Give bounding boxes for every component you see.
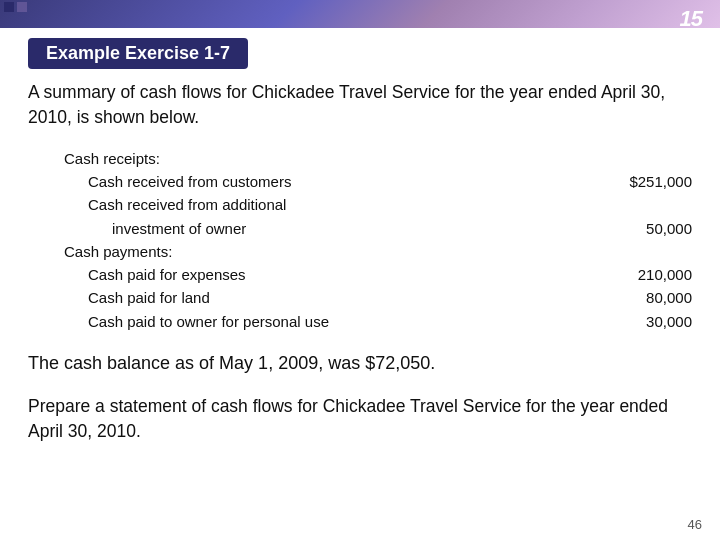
cash-land-label: Cash paid for land — [88, 286, 622, 309]
row-label: Cash received from additional — [88, 193, 622, 216]
cash-payments-header: Cash payments: — [64, 240, 692, 263]
cash-owner-label: Cash paid to owner for personal use — [88, 310, 622, 333]
cash-expenses-label: Cash paid for expenses — [88, 263, 622, 286]
slide-number-bottom: 46 — [688, 517, 702, 532]
table-row: Cash paid to owner for personal use 30,0… — [88, 310, 692, 333]
table-row: investment of owner 50,000 — [112, 217, 692, 240]
table-row: Cash paid for expenses 210,000 — [88, 263, 692, 286]
main-content: A summary of cash flows for Chickadee Tr… — [28, 80, 692, 500]
table-row: Cash paid for land 80,000 — [88, 286, 692, 309]
row-amount: $251,000 — [622, 170, 692, 193]
cash-receipts-header: Cash receipts: — [64, 147, 692, 170]
cash-owner-amount: 30,000 — [622, 310, 692, 333]
row-label: Cash received from customers — [88, 170, 622, 193]
slide-number-top: 15 — [680, 6, 702, 32]
corner-decoration — [4, 2, 27, 12]
top-bar — [0, 0, 720, 28]
financial-table: Cash receipts: Cash received from custom… — [64, 147, 692, 333]
corner-square-1 — [4, 2, 14, 12]
table-row: Cash received from additional — [88, 193, 692, 216]
cash-expenses-amount: 210,000 — [622, 263, 692, 286]
cash-land-amount: 80,000 — [622, 286, 692, 309]
row-amount: 50,000 — [622, 217, 692, 240]
corner-square-2 — [17, 2, 27, 12]
exercise-label: Example Exercise 1-7 — [28, 38, 248, 69]
table-row: Cash received from customers $251,000 — [88, 170, 692, 193]
prepare-text: Prepare a statement of cash flows for Ch… — [28, 394, 692, 445]
intro-text: A summary of cash flows for Chickadee Tr… — [28, 80, 692, 131]
row-label: investment of owner — [112, 217, 622, 240]
cash-balance-text: The cash balance as of May 1, 2009, was … — [28, 351, 692, 376]
